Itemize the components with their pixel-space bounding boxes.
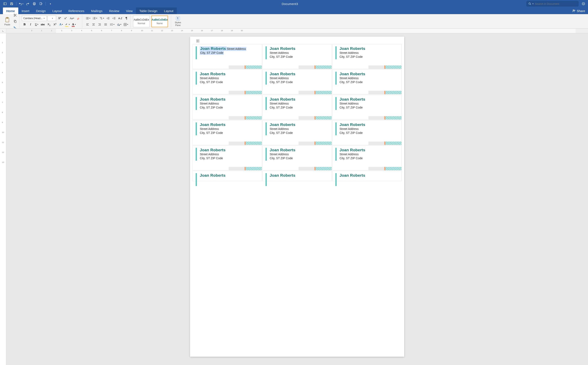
ruler-tick: 15	[191, 29, 193, 32]
tab-design[interactable]: Design	[33, 7, 49, 14]
multilevel-list-button[interactable]: ▾	[99, 16, 105, 21]
svg-rect-39	[108, 18, 109, 18]
bullets-button[interactable]: ▾	[85, 16, 91, 21]
svg-rect-45	[86, 24, 88, 25]
increase-indent-button[interactable]	[112, 16, 117, 21]
customize-qat-button[interactable]: ▾	[47, 1, 53, 7]
svg-point-10	[583, 3, 583, 4]
paste-button[interactable]: Paste	[3, 15, 12, 28]
svg-rect-52	[98, 25, 101, 25]
redo-icon	[26, 2, 29, 5]
redo-button[interactable]	[25, 1, 31, 7]
sidebar-toggle-button[interactable]	[2, 1, 8, 7]
change-case-icon: Aa	[70, 17, 73, 20]
quick-print-button[interactable]	[38, 1, 44, 7]
line-spacing-icon	[110, 23, 113, 26]
save-button[interactable]	[9, 1, 14, 7]
line-spacing-button[interactable]: ▾	[109, 22, 115, 27]
outdent-icon	[106, 17, 110, 20]
ruler-horizontal[interactable]: 211234567891011121314151617181920	[0, 29, 588, 33]
justify-button[interactable]	[103, 22, 108, 27]
search-input[interactable]	[535, 2, 577, 5]
caret-down-icon: ▾	[69, 23, 70, 25]
share-button[interactable]: Share	[569, 7, 588, 14]
svg-point-18	[14, 14, 15, 15]
panel-icon	[3, 2, 7, 5]
style-name: Name	[156, 22, 163, 25]
styles-pane-label: Styles Pane	[175, 21, 181, 26]
tab-mailings[interactable]: Mailings	[88, 7, 106, 14]
font-size-select[interactable]: ▾	[47, 16, 56, 21]
shrink-font-button[interactable]: A▾	[63, 16, 68, 21]
cut-button[interactable]	[13, 13, 18, 18]
style-normal[interactable]: AaBbCcDdEe Normal	[133, 16, 150, 27]
underline-button[interactable]: U▾	[34, 22, 39, 27]
align-center-button[interactable]	[91, 22, 96, 27]
tab-table-layout[interactable]: Layout	[161, 7, 177, 14]
justify-icon	[104, 23, 107, 26]
shading-button[interactable]: ▾	[116, 22, 122, 27]
text-effects-button[interactable]: A▾	[58, 22, 64, 27]
align-left-button[interactable]	[85, 22, 90, 27]
bold-button[interactable]: B	[22, 22, 27, 27]
tab-layout[interactable]: Layout	[49, 7, 65, 14]
strikethrough-icon: abc	[41, 23, 45, 26]
svg-rect-16	[7, 17, 8, 18]
style-name-tile[interactable]: AaBbCcDdEe Name	[151, 16, 168, 27]
account-button[interactable]	[581, 1, 586, 6]
svg-point-7	[529, 3, 530, 4]
svg-rect-51	[99, 24, 101, 25]
tab-stop-icon	[2, 30, 4, 32]
tab-table-design[interactable]: Table Design	[136, 7, 161, 14]
show-marks-button[interactable]: ¶	[124, 16, 129, 21]
undo-button[interactable]: ▾	[18, 1, 24, 7]
grow-font-button[interactable]: A▴	[57, 16, 62, 21]
svg-rect-47	[92, 23, 95, 24]
strikethrough-button[interactable]: abc	[40, 22, 46, 27]
tab-review[interactable]: Review	[106, 7, 123, 14]
svg-text:¶: ¶	[177, 17, 178, 20]
sort-button[interactable]: A↓Z	[117, 16, 123, 21]
ruler-tick: 16	[201, 29, 203, 32]
highlight-button[interactable]: ▾	[64, 22, 71, 27]
numbering-button[interactable]: 123▾	[92, 16, 98, 21]
tab-insert[interactable]: Insert	[18, 7, 33, 14]
borders-icon	[123, 23, 127, 26]
superscript-button[interactable]: X2	[52, 22, 58, 27]
styles-pane-button[interactable]: ¶ Styles Pane	[174, 15, 182, 28]
search-field-wrap[interactable]: ▾	[526, 1, 578, 7]
bold-icon: B	[23, 23, 26, 26]
caret-down-icon: ▾	[62, 23, 63, 25]
indent-icon	[113, 17, 116, 20]
change-case-button[interactable]: Aa▾	[69, 16, 75, 21]
subscript-button[interactable]: X2	[46, 22, 52, 27]
print-button[interactable]	[31, 1, 37, 7]
tab-view[interactable]: View	[123, 7, 136, 14]
ruler-tick: 5	[91, 29, 92, 32]
align-right-button[interactable]	[97, 22, 102, 27]
clear-formatting-button[interactable]	[76, 16, 81, 21]
font-name-select[interactable]: Candara (Head...▾	[22, 16, 47, 21]
svg-rect-22	[15, 21, 16, 23]
ruler-tick: 9	[131, 29, 132, 32]
decrease-indent-button[interactable]	[106, 16, 111, 21]
svg-rect-2	[11, 3, 12, 3]
page-share-icon	[39, 2, 43, 5]
italic-button[interactable]: I	[28, 22, 33, 27]
copy-button[interactable]	[13, 19, 18, 24]
caret-down-icon: ▾	[120, 23, 121, 25]
text-effects-icon: A	[59, 23, 62, 26]
svg-rect-48	[93, 24, 94, 25]
align-right-icon	[98, 23, 101, 26]
search-icon	[528, 2, 531, 5]
font-color-button[interactable]: A▾	[71, 22, 77, 27]
share-label: Share	[577, 9, 585, 13]
borders-button[interactable]: ▾	[123, 22, 129, 27]
svg-rect-36	[100, 18, 102, 18]
tab-selector[interactable]	[0, 29, 6, 33]
caret-down-icon: ▾	[52, 17, 53, 19]
subscript-icon: X2	[48, 23, 50, 26]
tab-references[interactable]: References	[65, 7, 88, 14]
svg-point-25	[86, 18, 86, 18]
caret-down-icon: ▾	[75, 23, 76, 25]
